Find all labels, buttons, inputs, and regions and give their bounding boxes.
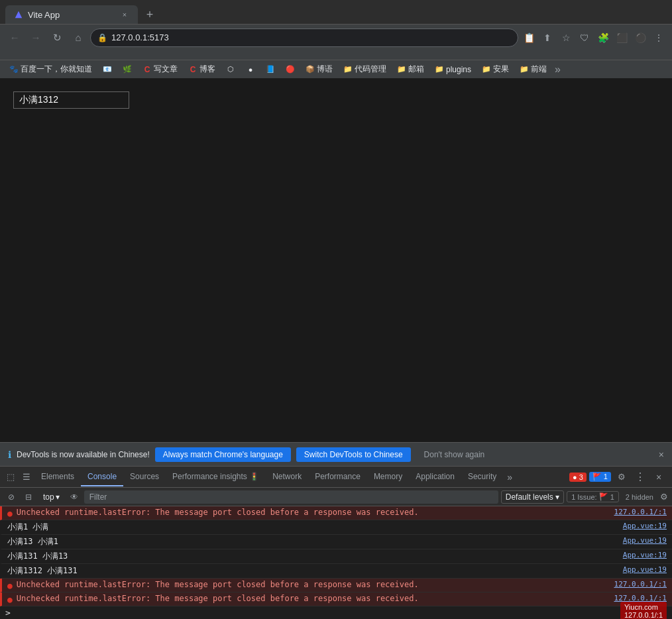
default-levels-dropdown[interactable]: Default levels ▾: [501, 490, 564, 504]
new-tab-button[interactable]: +: [140, 5, 159, 24]
bookmark-mail[interactable]: 📁 邮箱: [393, 62, 428, 76]
active-tab[interactable]: Vite App ×: [5, 5, 138, 24]
devtools-dock-icon[interactable]: ⬚: [3, 469, 19, 485]
dont-show-again-button[interactable]: Don't show again: [416, 447, 493, 462]
bookmark-code[interactable]: 📁 代码管理: [339, 62, 390, 76]
profile-icon[interactable]: ⚫: [632, 30, 648, 46]
bookmark-email[interactable]: 📧: [99, 64, 116, 76]
issue-count: 1: [610, 493, 614, 501]
shield-icon[interactable]: 🛡: [577, 30, 592, 46]
bookmark-7[interactable]: 📘: [262, 64, 279, 76]
bookmark-favicon-code: 📁: [343, 65, 353, 74]
error-badge[interactable]: ● 3: [569, 473, 587, 482]
menu-icon[interactable]: ⋮: [651, 30, 667, 46]
browser-chrome: Vite App × + ← → ↻ ⌂ 🔒 127.0.0.1:5173 📋 …: [0, 0, 672, 60]
bookmark-favicon-frontend: 📁: [520, 65, 529, 74]
log-msg-1: 小满1 小满: [7, 522, 623, 533]
console-prompt[interactable]: >: [0, 606, 672, 619]
tab-favicon: [13, 9, 24, 20]
back-button[interactable]: ←: [5, 28, 24, 47]
console-toggle-button[interactable]: ⊟: [21, 490, 36, 504]
bookmark-3[interactable]: 🌿: [119, 64, 136, 76]
tab-network[interactable]: Network: [266, 468, 308, 486]
error-icon-1: ●: [7, 508, 13, 518]
bookmark-favicon-3: 🌿: [123, 65, 132, 74]
warning-badge[interactable]: 🚩 1: [589, 472, 611, 482]
prompt-symbol: >: [5, 608, 11, 618]
tab-console[interactable]: Console: [81, 468, 123, 486]
context-selector[interactable]: top ▾: [38, 490, 64, 504]
address-bar[interactable]: 🔒 127.0.0.1:5173: [90, 28, 518, 47]
bookmark-8[interactable]: 🔴: [282, 64, 299, 76]
console-filter-input[interactable]: [84, 490, 498, 504]
bookmark-baidu[interactable]: 🐾 百度一下，你就知道: [5, 62, 96, 76]
extensions-icon[interactable]: 🧩: [595, 30, 611, 46]
devtools-panel: ⬚ ☰ Elements Console Sources Performance…: [0, 466, 672, 619]
page-content: [0, 78, 672, 442]
error-source-3[interactable]: 127.0.0.1/:1: [614, 594, 667, 602]
issue-flag-icon: 🚩: [599, 492, 608, 501]
tab-bar: Vite App × +: [0, 0, 672, 24]
console-eye-button[interactable]: 👁: [67, 490, 82, 504]
issue-badge[interactable]: 1 Issue: 🚩 1: [567, 491, 619, 502]
log-msg-4: 小满1312 小满131: [7, 565, 623, 577]
log-msg-2: 小满13 小满1: [7, 536, 623, 547]
bookmark-label-blog: 博客: [199, 64, 215, 75]
log-source-1[interactable]: App.vue:19: [623, 522, 667, 530]
bookmark-favicon-email: 📧: [103, 65, 112, 74]
devtools-close-icon[interactable]: ×: [651, 469, 667, 485]
bookmark-6[interactable]: ●: [242, 64, 259, 76]
bookmarks-more-button[interactable]: »: [555, 64, 561, 76]
toolbar-actions: 📋 ⬆ ☆ 🛡 🧩 ⬛ ⚫ ⋮: [521, 30, 667, 46]
devtools-more-icon[interactable]: ⋮: [632, 469, 648, 485]
sidebar-icon[interactable]: ⬛: [614, 30, 630, 46]
tab-performance[interactable]: Performance: [308, 468, 367, 486]
bookmark-icon[interactable]: ☆: [558, 30, 574, 46]
bookmark-plugins[interactable]: 📁 plugins: [431, 64, 475, 76]
bookmark-favicon-write: C: [142, 65, 152, 74]
error-source-2[interactable]: 127.0.0.1/:1: [614, 580, 667, 589]
warning-badge-text: 🚩 1: [592, 473, 608, 481]
tab-application[interactable]: Application: [409, 468, 461, 486]
devtools-inspect-icon[interactable]: ☰: [19, 469, 34, 485]
notification-info-icon: ℹ: [8, 449, 11, 460]
tabs-more-button[interactable]: »: [503, 469, 516, 485]
share-icon[interactable]: ⬆: [539, 30, 555, 46]
tab-memory[interactable]: Memory: [367, 468, 409, 486]
tab-close-button[interactable]: ×: [119, 9, 130, 20]
xiaoman-input[interactable]: [13, 91, 129, 109]
console-settings-icon[interactable]: ⚙: [660, 492, 668, 502]
home-button[interactable]: ⌂: [69, 28, 87, 47]
bookmark-favicon-plugins: 📁: [435, 65, 444, 74]
bookmark-frontend[interactable]: 📁 前端: [516, 62, 551, 76]
error-source-1[interactable]: 127.0.0.1/:1: [614, 508, 667, 516]
context-label: top: [43, 492, 54, 502]
error-msg-1: Unchecked runtime.lastError: The message…: [17, 508, 614, 517]
hidden-badge[interactable]: 2 hidden: [622, 492, 657, 502]
notification-close-icon[interactable]: ×: [659, 449, 664, 460]
match-language-button[interactable]: Always match Chrome's language: [155, 447, 291, 462]
tab-performance-insights[interactable]: Performance insights 🚦: [166, 468, 266, 486]
bookmark-label-plugins: plugins: [446, 65, 471, 74]
console-row-log-3: 小满131 小满13 App.vue:19: [0, 549, 672, 564]
switch-chinese-button[interactable]: Switch DevTools to Chinese: [296, 447, 411, 462]
screen-capture-icon[interactable]: 📋: [521, 30, 537, 46]
log-source-2[interactable]: App.vue:19: [623, 536, 667, 545]
tab-security[interactable]: Security: [461, 468, 503, 486]
tab-sources[interactable]: Sources: [123, 468, 166, 486]
log-source-4[interactable]: App.vue:19: [623, 565, 667, 574]
bookmark-write[interactable]: C 写文章: [139, 62, 182, 76]
devtools-settings-icon[interactable]: ⚙: [614, 469, 630, 485]
bookmark-boyu[interactable]: 📦 博语: [302, 62, 337, 76]
reload-button[interactable]: ↻: [48, 28, 66, 47]
log-source-3[interactable]: App.vue:19: [623, 551, 667, 559]
console-row-log-2: 小满13 小满1 App.vue:19: [0, 535, 672, 549]
error-msg-2: Unchecked runtime.lastError: The message…: [17, 580, 614, 589]
tab-elements[interactable]: Elements: [34, 468, 81, 486]
console-clear-button[interactable]: ⊘: [4, 490, 19, 504]
bookmark-blog[interactable]: C 博客: [184, 62, 219, 76]
bookmark-favicon-blog: C: [188, 65, 197, 74]
bookmark-apple[interactable]: 📁 安果: [478, 62, 513, 76]
forward-button[interactable]: →: [27, 28, 45, 47]
bookmark-5[interactable]: ⬡: [222, 64, 239, 76]
